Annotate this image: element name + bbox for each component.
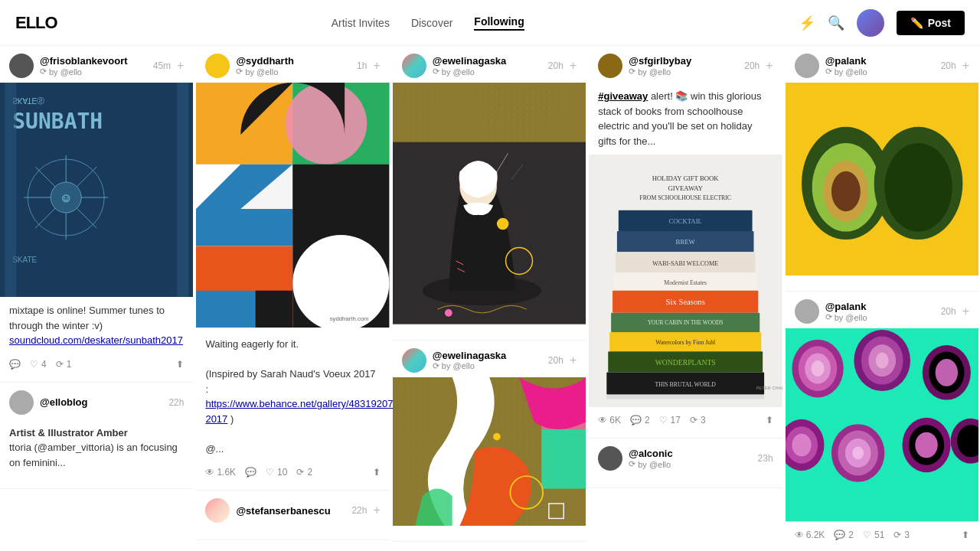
svg-text:YOUR CABIN IN THE WOODS: YOUR CABIN IN THE WOODS xyxy=(648,320,724,326)
post-time: 45m xyxy=(153,60,171,71)
repost-button[interactable]: ⟳ 3 xyxy=(690,415,706,425)
svg-text:syddharth.com: syddharth.com xyxy=(330,315,369,322)
comment-button[interactable]: 💬 xyxy=(245,467,256,478)
svg-point-98 xyxy=(915,432,937,458)
repost-label: ⟳ by @ello xyxy=(629,67,691,77)
post-image-container: syddharth.com xyxy=(196,83,389,331)
avatar xyxy=(205,54,230,78)
more-button[interactable]: + xyxy=(373,59,380,73)
comment-button[interactable]: 💬 2 xyxy=(630,415,650,425)
post-header: @stefanserbanescu 22h + xyxy=(196,498,389,527)
search-button[interactable]: 🔍 xyxy=(828,15,844,31)
lightning-button[interactable]: ⚡ xyxy=(799,15,815,31)
comment-button[interactable]: 💬 xyxy=(9,359,21,370)
more-button[interactable]: + xyxy=(962,59,969,73)
username[interactable]: @frisoblankevoort xyxy=(40,55,128,67)
main-content: @frisoblankevoort ⟳ by @ello 45m + xyxy=(0,46,980,551)
repost-button[interactable]: ⟳ 3 xyxy=(893,530,910,540)
post-text: Waiting eagerly for it. (Inspired by Sar… xyxy=(196,331,389,462)
svg-point-85 xyxy=(875,353,888,369)
username[interactable]: @ewelinagaska xyxy=(433,55,507,67)
username[interactable]: @syddharth xyxy=(236,55,294,67)
svg-marker-23 xyxy=(256,291,293,328)
repost-icon: ⟳ xyxy=(690,415,697,425)
repost-label: ⟳ by @ello xyxy=(433,67,507,77)
share-button[interactable]: ⬆ xyxy=(373,467,381,478)
svg-point-76 xyxy=(884,143,952,232)
svg-point-31 xyxy=(497,218,509,230)
column-3: @ewelinagaska ⟳ by @ello 20h + xyxy=(391,46,587,542)
post-link[interactable]: soundcloud.com/deskater/sunbath2017 xyxy=(9,334,183,346)
svg-point-74 xyxy=(831,171,861,212)
view-count: 👁 6.2K xyxy=(795,530,825,540)
svg-rect-69 xyxy=(607,395,765,399)
more-button[interactable]: + xyxy=(373,504,380,517)
artwork-svg: SUNBATH ☺ SKATEⓈ SKATE xyxy=(0,83,193,297)
post-card: @stefanserbanescu 22h + xyxy=(196,491,389,540)
view-count: 👁 6K xyxy=(598,415,621,425)
column-5: @palank ⟳ by @ello 20h + xyxy=(784,46,980,551)
post-card: @ewelinagaska ⟳ by @ello 20h + xyxy=(393,341,586,542)
username[interactable]: @ewelinagaska xyxy=(433,350,507,361)
post-header: @frisoblankevoort ⟳ by @ello 45m + xyxy=(0,54,193,83)
svg-point-20 xyxy=(293,235,390,328)
svg-rect-11 xyxy=(5,83,16,297)
avatar xyxy=(205,498,230,523)
nav-following[interactable]: Following xyxy=(474,15,524,31)
username[interactable]: @palank xyxy=(825,301,867,312)
username[interactable]: @stefanserbanescu xyxy=(236,505,330,517)
more-button[interactable]: + xyxy=(177,59,184,73)
post-time: 20h xyxy=(744,60,760,71)
post-card: @elloblog 22h Artist & Illustrator Amber… xyxy=(0,383,193,490)
username[interactable]: @palank xyxy=(825,55,867,67)
svg-rect-12 xyxy=(177,83,188,297)
avocado-artwork xyxy=(786,83,978,276)
more-button[interactable]: + xyxy=(570,354,577,367)
like-button[interactable]: ♡ 17 xyxy=(659,415,681,425)
user-avatar[interactable] xyxy=(857,9,884,37)
post-header: @alconic ⟳ by @ello 23h xyxy=(589,446,782,475)
main-nav: Artist Invites Discover Following xyxy=(332,15,524,31)
username[interactable]: @elloblog xyxy=(40,396,88,408)
onions-artwork xyxy=(786,328,978,521)
nav-discover[interactable]: Discover xyxy=(411,17,452,29)
svg-text:Modernist Estates: Modernist Estates xyxy=(665,279,707,286)
username[interactable]: @alconic xyxy=(629,448,672,459)
like-button[interactable]: ♡ 51 xyxy=(863,530,884,540)
share-button[interactable]: ⬆ xyxy=(962,530,969,540)
like-button[interactable]: ♡ 10 xyxy=(266,467,287,478)
post-card: @ewelinagaska ⟳ by @ello 20h + xyxy=(393,46,586,341)
username[interactable]: @sfgirlbybay xyxy=(629,55,691,67)
like-button[interactable]: ♡ 4 xyxy=(30,359,47,370)
svg-text:Watercolors by Finn Juhl: Watercolors by Finn Juhl xyxy=(655,339,715,346)
more-button[interactable]: + xyxy=(962,305,969,318)
post-card: @frisoblankevoort ⟳ by @ello 45m + xyxy=(0,46,193,383)
eye-icon: 👁 xyxy=(598,415,607,425)
hashtag[interactable]: #giveaway xyxy=(598,90,648,102)
nav-artist-invites[interactable]: Artist Invites xyxy=(332,17,390,29)
header-actions: ⚡ 🔍 ✏️ Post xyxy=(799,9,965,37)
avatar xyxy=(402,348,426,373)
svg-text:SKATEⓈ: SKATEⓈ xyxy=(12,96,44,105)
avatar xyxy=(795,299,819,324)
more-button[interactable]: + xyxy=(766,59,773,73)
post-text: mixtape is online! Summer tunes to throu… xyxy=(0,297,193,354)
share-button[interactable]: ⬆ xyxy=(766,415,773,425)
comment-button[interactable]: 💬 2 xyxy=(834,530,854,540)
comment-icon: 💬 xyxy=(245,467,256,478)
more-button[interactable]: + xyxy=(570,59,577,73)
svg-point-88 xyxy=(935,359,957,386)
share-button[interactable]: ⬆ xyxy=(176,359,184,370)
svg-point-44 xyxy=(493,432,501,440)
post-button[interactable]: ✏️ Post xyxy=(897,11,965,35)
repost-button[interactable]: ⟳ 1 xyxy=(56,359,72,370)
post-image: HOLIDAY GIFT BOOK GIVEAWAY FROM SCHOOLHO… xyxy=(589,155,782,410)
geometric-artwork: syddharth.com xyxy=(196,83,389,328)
post-time: 20h xyxy=(548,60,564,71)
post-time: 1h xyxy=(357,60,367,71)
svg-point-95 xyxy=(852,447,864,460)
repost-label: ⟳ by @ello xyxy=(629,459,672,469)
repost-button[interactable]: ⟳ 2 xyxy=(296,467,312,478)
repost-label: ⟳ by @ello xyxy=(433,361,507,371)
post-header: @ewelinagaska ⟳ by @ello 20h + xyxy=(393,54,586,83)
